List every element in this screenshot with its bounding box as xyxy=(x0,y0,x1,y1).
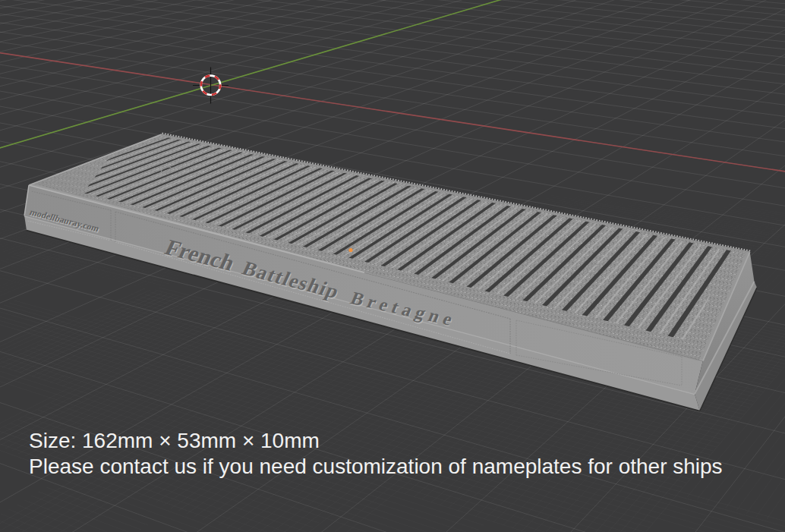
svg-text:Please contact us if you need: Please contact us if you need customizat… xyxy=(29,455,723,478)
svg-text:Size: 162mm × 53mm × 10mm: Size: 162mm × 53mm × 10mm xyxy=(29,429,320,452)
